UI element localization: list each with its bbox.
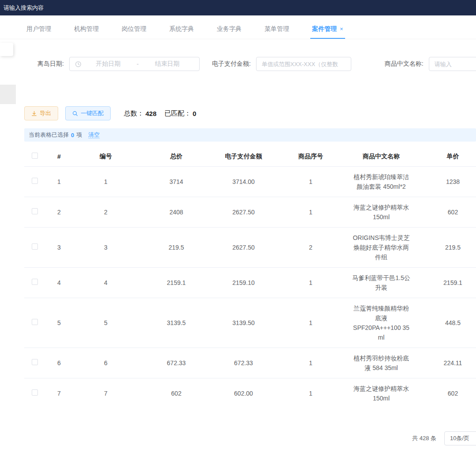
table-row: 1 1 3714 3714.00 1 植村秀新琥珀臻萃洁颜油套装 450ml*2…: [24, 166, 476, 197]
clear-selection-link[interactable]: 清空: [88, 131, 100, 139]
row-checkbox[interactable]: [32, 319, 38, 325]
page-size-select[interactable]: 10条/页: [444, 431, 476, 445]
cell-code: 5: [73, 298, 139, 348]
one-click-match-button[interactable]: 一键匹配: [65, 106, 111, 120]
cell-product-seq: 1: [273, 378, 348, 400]
cell-product-name: 马爹利蓝带干邑1.5公升装: [348, 267, 414, 298]
pagination-bar: 共 428 条 10条/页: [0, 431, 476, 445]
tab-system-dict[interactable]: 系统字典: [169, 23, 194, 35]
page-size-value: 10条/页: [450, 434, 469, 442]
col-header-product-name: 商品中文名称: [348, 147, 414, 166]
cell-product-seq: 1: [273, 298, 348, 348]
cell-epay-amount: 672.33: [214, 348, 273, 378]
cell-unit-price: 224.11: [414, 348, 476, 378]
cell-total-price: 3714: [139, 166, 214, 197]
cell-index: 1: [45, 166, 73, 197]
cell-unit-price: 219.5: [414, 227, 476, 267]
tab-close-icon[interactable]: ×: [340, 26, 343, 32]
table-row: 7 7 602 602.00 1 海蓝之谜修护精萃水 150ml 602: [24, 378, 476, 400]
search-icon: [72, 111, 78, 116]
matched-value: 0: [193, 110, 196, 117]
tab-label: 菜单管理: [264, 25, 289, 33]
tab-case-management[interactable]: 案件管理 ×: [312, 23, 343, 35]
cell-epay-amount: 602.00: [214, 378, 273, 400]
selection-suffix: 项: [76, 131, 82, 139]
tab-business-dict[interactable]: 业务字典: [217, 23, 242, 35]
cell-product-seq: 1: [273, 267, 348, 298]
top-search-placeholder: 请输入搜索内容: [4, 4, 44, 12]
export-button-label: 导出: [40, 109, 51, 117]
cell-total-price: 672.33: [139, 348, 214, 378]
cell-product-name: 植村秀新琥珀臻萃洁颜油套装 450ml*2: [348, 166, 414, 197]
amount-input[interactable]: [256, 57, 351, 71]
tab-menu-management[interactable]: 菜单管理: [264, 23, 289, 35]
amount-filter-group: 电子支付金额:: [212, 57, 351, 71]
data-table: # 编号 总价 电子支付金额 商品序号 商品中文名称 单价 1 1 3714 3…: [24, 147, 476, 400]
row-checkbox[interactable]: [32, 279, 38, 285]
row-checkbox[interactable]: [32, 208, 38, 214]
row-checkbox[interactable]: [32, 359, 38, 365]
col-header-seq: 商品序号: [273, 147, 348, 166]
date-end-placeholder: 结束日期: [141, 60, 194, 68]
tab-org-management[interactable]: 机构管理: [74, 23, 99, 35]
collapsed-panel-toggle[interactable]: [0, 43, 13, 56]
cell-code: 3: [73, 227, 139, 267]
tab-position-management[interactable]: 岗位管理: [122, 23, 146, 35]
cell-product-name: 兰蔻菁纯臻颜精华粉底液SPF20PA+++100 35 ml: [348, 298, 414, 348]
tab-label: 用户管理: [26, 25, 51, 33]
date-range-separator: -: [135, 60, 141, 67]
product-name-input[interactable]: [429, 57, 476, 71]
amount-filter-label: 电子支付金额:: [212, 60, 251, 68]
cell-unit-price: 448.5: [414, 298, 476, 348]
table-header-row: # 编号 总价 电子支付金额 商品序号 商品中文名称 单价: [24, 147, 476, 166]
cell-total-price: 2159.1: [139, 267, 214, 298]
cell-total-price: 3139.5: [139, 298, 214, 348]
cell-index: 5: [45, 298, 73, 348]
table-row: 2 2 2408 2627.50 1 海蓝之谜修护精萃水 150ml 602: [24, 197, 476, 227]
cell-product-name: 海蓝之谜修护精萃水 150ml: [348, 378, 414, 400]
pagination-total: 共 428 条: [412, 434, 436, 442]
cell-total-price: 219.5: [139, 227, 214, 267]
download-icon: [31, 111, 37, 116]
date-start-placeholder: 开始日期: [82, 60, 135, 68]
cell-epay-amount: 2627.50: [214, 197, 273, 227]
tab-label: 案件管理: [312, 25, 337, 33]
col-header-epay: 电子支付金额: [214, 147, 273, 166]
selected-count: 0: [71, 132, 74, 138]
cell-product-name: 植村秀羽纱持妆粉底液 584 35ml: [348, 348, 414, 378]
cell-total-price: 602: [139, 378, 214, 400]
clock-icon: [75, 61, 82, 67]
product-name-filter-label: 商品中文名称:: [385, 60, 424, 68]
date-filter-label: 离岛日期:: [37, 60, 64, 68]
tab-label: 岗位管理: [122, 25, 146, 33]
cell-product-name: 海蓝之谜修护精萃水 150ml: [348, 197, 414, 227]
selection-prefix: 当前表格已选择: [29, 131, 69, 139]
table-row: 3 3 219.5 2627.50 2 ORIGINS韦博士灵芝焕能好底子精华水…: [24, 227, 476, 267]
cell-code: 7: [73, 378, 139, 400]
filter-row: 离岛日期: 开始日期 - 结束日期 电子支付金额: 商品中文名称:: [37, 57, 476, 71]
date-range-picker[interactable]: 开始日期 - 结束日期: [69, 57, 200, 71]
cell-index: 7: [45, 378, 73, 400]
selection-bar: 当前表格已选择 0 项 清空: [24, 128, 476, 142]
match-button-label: 一键匹配: [81, 109, 104, 117]
cell-index: 4: [45, 267, 73, 298]
cell-unit-price: 602: [414, 378, 476, 400]
cell-product-seq: 1: [273, 197, 348, 227]
row-checkbox[interactable]: [32, 178, 38, 184]
date-filter-group: 离岛日期: 开始日期 - 结束日期: [37, 57, 200, 71]
row-checkbox[interactable]: [32, 389, 38, 396]
cell-product-seq: 1: [273, 348, 348, 378]
export-button[interactable]: 导出: [24, 106, 58, 120]
select-all-checkbox[interactable]: [32, 153, 38, 159]
table-row: 6 6 672.33 672.33 1 植村秀羽纱持妆粉底液 584 35ml …: [24, 348, 476, 378]
table-row: 4 4 2159.1 2159.10 1 马爹利蓝带干邑1.5公升装 2159.…: [24, 267, 476, 298]
table-row: 5 5 3139.5 3139.50 1 兰蔻菁纯臻颜精华粉底液SPF20PA+…: [24, 298, 476, 348]
top-search-bar[interactable]: 请输入搜索内容: [0, 0, 476, 15]
cell-epay-amount: 2627.50: [214, 227, 273, 267]
row-checkbox[interactable]: [32, 243, 38, 250]
cell-product-seq: 2: [273, 227, 348, 267]
col-header-code: 编号: [73, 147, 139, 166]
cell-epay-amount: 3139.50: [214, 298, 273, 348]
cell-unit-price: 602: [414, 197, 476, 227]
tab-user-management[interactable]: 用户管理: [26, 23, 51, 35]
